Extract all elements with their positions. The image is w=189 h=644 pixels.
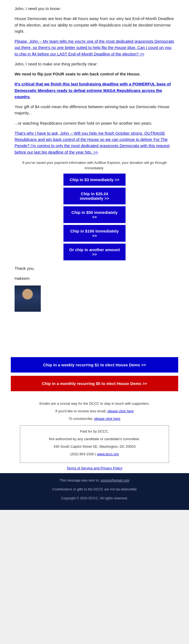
email-container: John, I need you to know: House Democrat… bbox=[0, 0, 189, 510]
footer-unsubscribe-text: To unsubscribe, bbox=[69, 417, 93, 421]
chip-other-button[interactable]: Or chip in another amount >> bbox=[63, 244, 126, 260]
para2: John, I need to make one thing perfectly… bbox=[15, 61, 174, 67]
donation-section: If you've saved your payment information… bbox=[15, 160, 174, 260]
bold1-text: We need to flip just FOUR seats to win b… bbox=[15, 72, 140, 76]
contributions-note: Contributions or gifts to the DCCC are n… bbox=[11, 487, 178, 492]
footer-section: Emails are a crucial way for the DCCC to… bbox=[0, 396, 189, 471]
donation-note: If you've saved your payment information… bbox=[15, 160, 174, 171]
terms-link[interactable]: Terms of Service and Privacy Policy bbox=[67, 466, 123, 470]
monthly-recurring-button[interactable]: Chip in a monthly recurring $5 to elect … bbox=[11, 376, 178, 391]
para1: House Democrats are less than 48 hours a… bbox=[15, 15, 174, 34]
bottom-buttons-section: Chip in a weekly recurring $1 to elect H… bbox=[0, 352, 189, 396]
spacer bbox=[15, 314, 174, 347]
para3: Your gift of $4 could mean the differenc… bbox=[15, 104, 174, 116]
footer-less-email-link[interactable]: please click here bbox=[107, 409, 134, 413]
para4: ...or watching Republicans cement their … bbox=[15, 120, 174, 126]
copyright: Copyright © 2024 DCCC. All rights reserv… bbox=[11, 496, 178, 501]
footer-bottom: This message was sent to: xxxxxx@gmail.c… bbox=[0, 473, 189, 510]
sent-to: This message was sent to: xxxxxx@gmail.c… bbox=[11, 478, 178, 483]
legal-phone-text: (202) 863-1500 | bbox=[70, 452, 96, 456]
legal-line2: Not authorized by any candidate or candi… bbox=[25, 436, 164, 442]
legal-phone: (202) 863-1500 | www.dccc.org bbox=[25, 452, 164, 457]
link2[interactable]: It's critical that we finish this last f… bbox=[15, 82, 171, 99]
signature-name: Hakeem bbox=[15, 275, 174, 281]
legal-website-link[interactable]: www.dccc.org bbox=[97, 452, 119, 456]
footer-less-email-text: If you'd like to receive less email, bbox=[55, 409, 107, 413]
link3-paragraph: That's why I have to ask, John -- Will y… bbox=[15, 130, 174, 155]
link3[interactable]: That's why I have to ask, John -- Will y… bbox=[15, 131, 170, 154]
footer-terms: Terms of Service and Privacy Policy bbox=[15, 466, 174, 471]
chip-100-button[interactable]: Chip in $100 immediately >> bbox=[63, 225, 126, 242]
main-content: John, I need you to know: House Democrat… bbox=[0, 0, 189, 352]
chip-50-button[interactable]: Chip in $50 immediately >> bbox=[63, 206, 126, 223]
footer-legal-box: Paid for by DCCC. Not authorized by any … bbox=[20, 425, 169, 463]
footer-line1: Emails are a crucial way for the DCCC to… bbox=[15, 401, 174, 406]
thank-you: Thank you, bbox=[15, 265, 174, 271]
link2-paragraph: It's critical that we finish this last f… bbox=[15, 81, 174, 100]
signature-section: Thank you, Hakeem bbox=[15, 265, 174, 282]
legal-paid: Paid for by DCCC. bbox=[25, 429, 164, 434]
sent-to-email[interactable]: xxxxxx@gmail.com bbox=[100, 479, 129, 482]
bold1: We need to flip just FOUR seats to win b… bbox=[15, 71, 174, 77]
footer-line3: To unsubscribe, please click here bbox=[15, 416, 174, 421]
greeting: John, I need you to know: bbox=[15, 5, 174, 12]
footer-line2: If you'd like to receive less email, ple… bbox=[15, 409, 174, 414]
sent-to-text: This message was sent to: bbox=[60, 479, 100, 482]
link1-paragraph: Please, John -- My team tells me you're … bbox=[15, 38, 174, 57]
person-photo bbox=[15, 286, 41, 312]
chip-3-button[interactable]: Chip in $3 immediately >> bbox=[63, 174, 126, 186]
legal-address: 430 South Capitol Street SE, Washington,… bbox=[25, 444, 164, 449]
photo-area bbox=[15, 286, 174, 312]
link1[interactable]: Please, John -- My team tells me you're … bbox=[15, 39, 174, 56]
footer-unsubscribe-link[interactable]: please click here bbox=[94, 417, 120, 421]
chip-2024-button[interactable]: Chip in $20.24 immediately >> bbox=[63, 188, 126, 204]
weekly-recurring-button[interactable]: Chip in a weekly recurring $1 to elect H… bbox=[11, 357, 178, 373]
